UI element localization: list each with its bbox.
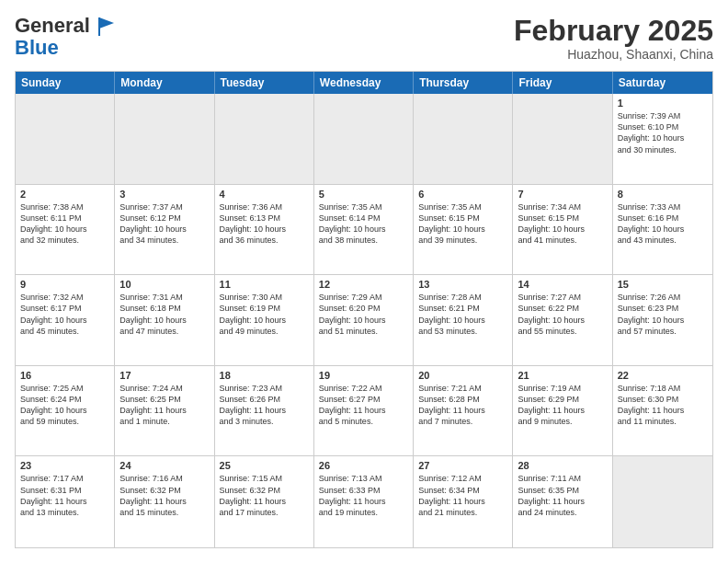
day-info: Sunrise: 7:29 AM Sunset: 6:20 PM Dayligh… <box>319 292 408 337</box>
calendar-header: Sunday Monday Tuesday Wednesday Thursday… <box>16 72 712 94</box>
day-info: Sunrise: 7:38 AM Sunset: 6:11 PM Dayligh… <box>20 201 109 247</box>
day-number: 14 <box>518 279 607 290</box>
day-number: 13 <box>418 279 507 290</box>
day-number: 9 <box>20 279 109 290</box>
calendar-cell-w2-d4: 5Sunrise: 7:35 AM Sunset: 6:14 PM Daylig… <box>314 185 414 275</box>
header-sunday: Sunday <box>16 72 115 94</box>
calendar-row-5: 23Sunrise: 7:17 AM Sunset: 6:31 PM Dayli… <box>16 456 712 547</box>
day-info: Sunrise: 7:33 AM Sunset: 6:16 PM Dayligh… <box>618 201 708 247</box>
day-number: 8 <box>618 189 708 200</box>
header-wednesday: Wednesday <box>314 72 414 94</box>
calendar-cell-w3-d4: 12Sunrise: 7:29 AM Sunset: 6:20 PM Dayli… <box>314 275 414 365</box>
calendar-cell-w2-d6: 7Sunrise: 7:34 AM Sunset: 6:15 PM Daylig… <box>513 185 612 275</box>
calendar-cell-w4-d5: 20Sunrise: 7:21 AM Sunset: 6:28 PM Dayli… <box>414 366 513 456</box>
day-info: Sunrise: 7:35 AM Sunset: 6:15 PM Dayligh… <box>418 201 507 247</box>
day-info: Sunrise: 7:24 AM Sunset: 6:25 PM Dayligh… <box>119 383 209 428</box>
day-info: Sunrise: 7:32 AM Sunset: 6:17 PM Dayligh… <box>20 292 109 337</box>
calendar-row-4: 16Sunrise: 7:25 AM Sunset: 6:24 PM Dayli… <box>16 366 712 457</box>
day-number: 24 <box>119 460 209 471</box>
day-number: 23 <box>20 460 109 471</box>
calendar-body: 1Sunrise: 7:39 AM Sunset: 6:10 PM Daylig… <box>16 94 712 547</box>
logo-blue: Blue <box>15 36 119 60</box>
day-number: 25 <box>220 460 309 471</box>
calendar-cell-w2-d3: 4Sunrise: 7:36 AM Sunset: 6:13 PM Daylig… <box>215 185 314 275</box>
day-info: Sunrise: 7:13 AM Sunset: 6:33 PM Dayligh… <box>319 473 408 518</box>
day-info: Sunrise: 7:11 AM Sunset: 6:35 PM Dayligh… <box>518 473 607 518</box>
day-number: 2 <box>20 189 109 200</box>
calendar-row-3: 9Sunrise: 7:32 AM Sunset: 6:17 PM Daylig… <box>16 275 712 366</box>
day-number: 7 <box>518 189 607 200</box>
day-number: 12 <box>319 279 408 290</box>
day-number: 17 <box>119 370 209 381</box>
logo: General Blue <box>15 15 119 60</box>
calendar-cell-w2-d7: 8Sunrise: 7:33 AM Sunset: 6:16 PM Daylig… <box>613 185 712 275</box>
calendar-cell-w1-d7: 1Sunrise: 7:39 AM Sunset: 6:10 PM Daylig… <box>613 94 712 184</box>
day-info: Sunrise: 7:26 AM Sunset: 6:23 PM Dayligh… <box>618 292 708 337</box>
day-info: Sunrise: 7:17 AM Sunset: 6:31 PM Dayligh… <box>20 473 109 518</box>
calendar-cell-w5-d4: 26Sunrise: 7:13 AM Sunset: 6:33 PM Dayli… <box>314 456 414 547</box>
day-info: Sunrise: 7:23 AM Sunset: 6:26 PM Dayligh… <box>220 383 309 428</box>
header-thursday: Thursday <box>414 72 513 94</box>
day-info: Sunrise: 7:37 AM Sunset: 6:12 PM Dayligh… <box>119 201 209 247</box>
day-info: Sunrise: 7:25 AM Sunset: 6:24 PM Dayligh… <box>20 383 109 428</box>
day-number: 6 <box>418 189 507 200</box>
day-info: Sunrise: 7:19 AM Sunset: 6:29 PM Dayligh… <box>518 383 607 428</box>
day-info: Sunrise: 7:36 AM Sunset: 6:13 PM Dayligh… <box>220 201 309 247</box>
calendar-cell-w5-d2: 24Sunrise: 7:16 AM Sunset: 6:32 PM Dayli… <box>115 456 214 547</box>
header: General Blue February 2025 Huazhou, Shaa… <box>15 15 713 62</box>
calendar-cell-w1-d5 <box>414 94 513 184</box>
calendar: Sunday Monday Tuesday Wednesday Thursday… <box>15 71 713 548</box>
logo-general: General <box>15 14 90 37</box>
day-info: Sunrise: 7:22 AM Sunset: 6:27 PM Dayligh… <box>319 383 408 428</box>
day-info: Sunrise: 7:28 AM Sunset: 6:21 PM Dayligh… <box>418 292 507 337</box>
day-number: 16 <box>20 370 109 381</box>
calendar-cell-w3-d6: 14Sunrise: 7:27 AM Sunset: 6:22 PM Dayli… <box>513 275 612 365</box>
calendar-cell-w2-d5: 6Sunrise: 7:35 AM Sunset: 6:15 PM Daylig… <box>414 185 513 275</box>
day-number: 1 <box>618 98 708 109</box>
day-number: 19 <box>319 370 408 381</box>
calendar-cell-w4-d2: 17Sunrise: 7:24 AM Sunset: 6:25 PM Dayli… <box>115 366 214 456</box>
day-number: 22 <box>618 370 708 381</box>
day-info: Sunrise: 7:31 AM Sunset: 6:18 PM Dayligh… <box>119 292 209 337</box>
day-number: 26 <box>319 460 408 471</box>
day-number: 20 <box>418 370 507 381</box>
calendar-cell-w5-d1: 23Sunrise: 7:17 AM Sunset: 6:31 PM Dayli… <box>16 456 115 547</box>
calendar-cell-w1-d2 <box>115 94 214 184</box>
day-number: 18 <box>220 370 309 381</box>
calendar-cell-w5-d5: 27Sunrise: 7:12 AM Sunset: 6:34 PM Dayli… <box>414 456 513 547</box>
calendar-cell-w1-d4 <box>314 94 414 184</box>
header-tuesday: Tuesday <box>215 72 314 94</box>
calendar-cell-w4-d1: 16Sunrise: 7:25 AM Sunset: 6:24 PM Dayli… <box>16 366 115 456</box>
day-info: Sunrise: 7:34 AM Sunset: 6:15 PM Dayligh… <box>518 201 607 247</box>
calendar-cell-w3-d1: 9Sunrise: 7:32 AM Sunset: 6:17 PM Daylig… <box>16 275 115 365</box>
title-section: February 2025 Huazhou, Shaanxi, China <box>514 15 713 62</box>
header-saturday: Saturday <box>613 72 712 94</box>
day-number: 15 <box>618 279 708 290</box>
calendar-cell-w3-d5: 13Sunrise: 7:28 AM Sunset: 6:21 PM Dayli… <box>414 275 513 365</box>
page: General Blue February 2025 Huazhou, Shaa… <box>0 0 728 563</box>
calendar-cell-w4-d7: 22Sunrise: 7:18 AM Sunset: 6:30 PM Dayli… <box>613 366 712 456</box>
day-info: Sunrise: 7:30 AM Sunset: 6:19 PM Dayligh… <box>220 292 309 337</box>
calendar-cell-w1-d1 <box>16 94 115 184</box>
location: Huazhou, Shaanxi, China <box>514 47 713 62</box>
calendar-cell-w4-d4: 19Sunrise: 7:22 AM Sunset: 6:27 PM Dayli… <box>314 366 414 456</box>
day-number: 27 <box>418 460 507 471</box>
calendar-cell-w4-d6: 21Sunrise: 7:19 AM Sunset: 6:29 PM Dayli… <box>513 366 612 456</box>
calendar-cell-w3-d3: 11Sunrise: 7:30 AM Sunset: 6:19 PM Dayli… <box>215 275 314 365</box>
calendar-cell-w1-d6 <box>513 94 612 184</box>
day-info: Sunrise: 7:18 AM Sunset: 6:30 PM Dayligh… <box>618 383 708 428</box>
month-title: February 2025 <box>514 15 713 47</box>
day-info: Sunrise: 7:16 AM Sunset: 6:32 PM Dayligh… <box>119 473 209 518</box>
calendar-row-2: 2Sunrise: 7:38 AM Sunset: 6:11 PM Daylig… <box>16 185 712 276</box>
day-info: Sunrise: 7:35 AM Sunset: 6:14 PM Dayligh… <box>319 201 408 247</box>
calendar-row-1: 1Sunrise: 7:39 AM Sunset: 6:10 PM Daylig… <box>16 94 712 185</box>
header-friday: Friday <box>513 72 612 94</box>
day-number: 28 <box>518 460 607 471</box>
day-number: 21 <box>518 370 607 381</box>
logo-flag-icon <box>97 16 119 38</box>
day-info: Sunrise: 7:12 AM Sunset: 6:34 PM Dayligh… <box>418 473 507 518</box>
day-info: Sunrise: 7:21 AM Sunset: 6:28 PM Dayligh… <box>418 383 507 428</box>
calendar-cell-w5-d3: 25Sunrise: 7:15 AM Sunset: 6:32 PM Dayli… <box>215 456 314 547</box>
day-number: 5 <box>319 189 408 200</box>
calendar-cell-w5-d7 <box>613 456 712 547</box>
